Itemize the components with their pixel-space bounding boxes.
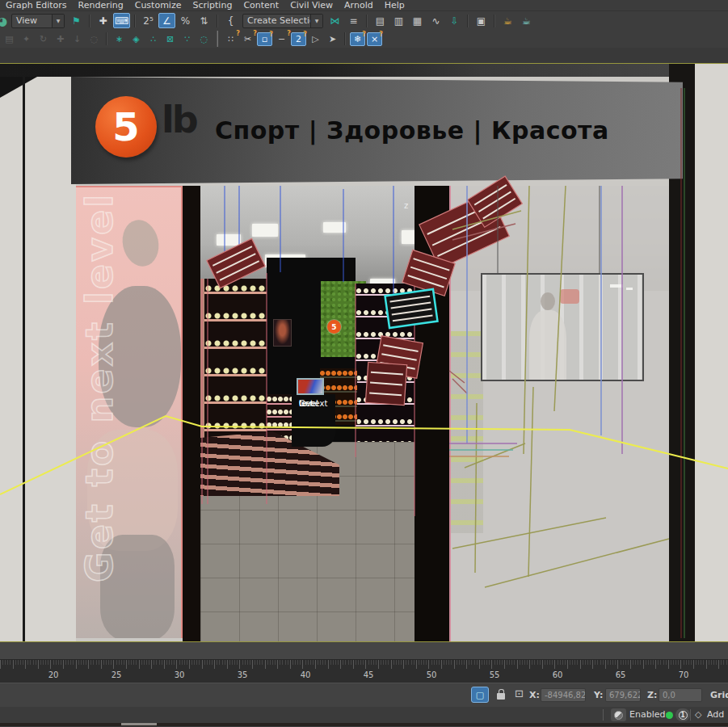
toolbar-separator	[134, 15, 136, 27]
frame-number: 55	[490, 670, 500, 679]
frame-number: 50	[427, 670, 437, 679]
badge-count: 1	[679, 711, 688, 720]
z-label: Z:	[647, 690, 657, 700]
toolbar-separator	[344, 32, 346, 45]
y-coordinate-field[interactable]: 679,622	[605, 688, 641, 702]
snap-pointer-icon[interactable]: ➤	[325, 32, 340, 46]
notification-badge[interactable]: 1	[675, 708, 690, 721]
menu-rendering[interactable]: Rendering	[73, 0, 129, 11]
frame-number: 30	[175, 670, 185, 679]
snap-vertex-icon[interactable]: ▫?	[257, 32, 272, 46]
named-selection-sets-dropdown[interactable]: Create Selection Set▼	[242, 14, 323, 28]
menu-civil-view[interactable]: Civil View	[284, 0, 339, 11]
menu-scripting[interactable]: Scripting	[187, 0, 238, 11]
snap-axis-constraint-icon[interactable]: ×?	[367, 32, 382, 46]
select-place-icon[interactable]: ◕	[0, 13, 8, 28]
snap-midpoint-icon[interactable]: 2?	[291, 32, 306, 46]
populate-simulate-icon[interactable]: ⊠	[162, 32, 178, 46]
select-and-move-icon[interactable]: ✚	[95, 13, 112, 28]
scene-security-icon[interactable]	[611, 708, 626, 721]
shield-icon	[614, 711, 623, 720]
window-grip	[121, 723, 157, 725]
spinner-snap-icon[interactable]: ⇅	[196, 13, 213, 28]
populate-regenerate-icon[interactable]: ◌	[196, 32, 212, 46]
menu-content[interactable]: Content	[238, 0, 284, 11]
absolute-offset-mode-icon[interactable]: ⊡	[515, 687, 524, 700]
menu-graph-editors[interactable]: Graph Editors	[0, 0, 73, 11]
x-coordinate-field[interactable]: -84946,828	[541, 688, 586, 702]
track-bar[interactable]	[0, 642, 728, 660]
frame-number: 65	[616, 670, 626, 679]
selected-track-light[interactable]	[385, 289, 438, 328]
container-create-icon: ▤	[2, 32, 17, 46]
toolbar-separator	[217, 31, 218, 47]
container-update-icon: ↻	[36, 32, 51, 46]
menu-bar: Graph EditorsRenderingCustomizeScripting…	[0, 0, 728, 11]
populate-seats-icon[interactable]: ∗	[112, 32, 127, 46]
keyboard-shortcut-override-icon[interactable]: ⌨	[113, 13, 130, 28]
snap-frozen-icon[interactable]: ❄?	[350, 32, 365, 46]
container-inherit-icon: ✦	[19, 32, 34, 46]
snap-grid-points-icon[interactable]: ∷?	[223, 32, 238, 46]
snap-edge-icon[interactable]: ─?	[274, 32, 289, 46]
frame-number: 35	[238, 670, 248, 679]
z-coordinate-field[interactable]: 0,0	[659, 688, 702, 702]
selection-region-icon[interactable]: ▢	[471, 687, 489, 703]
toolbar-separator	[494, 15, 495, 27]
chevron-down-icon: ▼	[52, 15, 64, 27]
schematic-view-icon[interactable]: ⇩	[446, 13, 463, 28]
selection-lock-icon[interactable]	[497, 693, 505, 700]
percent-snap-icon[interactable]: %	[177, 13, 194, 28]
populate-idle-area-icon[interactable]: ∴	[145, 32, 161, 46]
main-toolbar-row2: ▤✦↻✚↓◌∗◈∴⊠∵◌∷?✂?▫?─?2?▷➤❄?×?	[0, 30, 728, 48]
frame-number: 20	[48, 670, 59, 679]
snaps-toggle-icon[interactable]: 2⁵	[140, 13, 157, 28]
layer-explorer-icon[interactable]: ▥	[390, 13, 407, 28]
populate-bars-icon[interactable]: ∵	[179, 32, 195, 46]
menu-arnold[interactable]: Arnold	[339, 0, 379, 11]
edit-named-selection-sets-icon[interactable]: {	[222, 13, 239, 28]
glass-wireframe-lines	[449, 88, 684, 638]
frame-number: 60	[553, 670, 563, 679]
prompt-bar: Enabled: 1 ◇ Add	[0, 707, 728, 723]
add-button[interactable]: Add	[707, 709, 724, 720]
curve-editor-icon[interactable]: ∿	[427, 13, 444, 28]
snap-face-outline-icon[interactable]: ▷	[308, 32, 323, 46]
mirror-icon[interactable]: ⋈	[326, 13, 343, 28]
add-box-icon[interactable]: ◇	[695, 709, 701, 720]
yellow-guide-spline[interactable]	[0, 416, 728, 494]
window-bottom-edge	[0, 723, 728, 726]
snap-pivot-icon[interactable]: ✂?	[240, 32, 255, 46]
use-pivot-point-center-icon[interactable]: ⚑	[68, 13, 85, 28]
toolbar-separator	[217, 15, 218, 27]
y-label: Y:	[594, 690, 603, 700]
frame-number: 70	[679, 670, 689, 679]
enabled-status-dot	[666, 712, 673, 719]
x-label: X:	[529, 690, 540, 700]
menu-help[interactable]: Help	[379, 0, 410, 11]
scene-explorer-icon[interactable]: ▤	[372, 13, 389, 28]
toolbar-separator	[467, 15, 469, 27]
chevron-down-icon: ▼	[310, 15, 322, 27]
main-toolbar-row1: ◕View▼⚑✚⌨2⁵∠%⇅{Create Selection Set▼⋈≡▤▥…	[0, 11, 728, 30]
populate-flow-icon[interactable]: ◈	[128, 32, 144, 46]
3dsmax-window: Graph EditorsRenderingCustomizeScripting…	[0, 0, 728, 727]
viewport[interactable]: 5 Get to next level	[0, 63, 728, 642]
menu-customize[interactable]: Customize	[129, 0, 187, 11]
track-light-fixture[interactable]	[207, 176, 523, 405]
toolbar-separator	[89, 15, 90, 27]
material-editor-icon[interactable]: ▣	[473, 13, 490, 28]
angle-snap-icon[interactable]: ∠	[158, 13, 175, 28]
container-add-icon: ✚	[53, 32, 68, 46]
align-icon[interactable]: ≡	[345, 13, 362, 28]
timeline-ruler[interactable]: 2025303540455055606570	[0, 660, 728, 683]
toolbar-separator	[366, 15, 368, 27]
toolbar-dock-strip	[0, 48, 728, 63]
render-setup-icon[interactable]: ☕	[499, 13, 516, 28]
ribbon-icon[interactable]: ▦	[409, 13, 426, 28]
toolbar-separator	[106, 32, 107, 45]
render-icon[interactable]: ☕	[518, 13, 535, 28]
reference-coordinate-dropdown[interactable]: View▼	[11, 14, 65, 28]
separator	[690, 709, 691, 721]
separator	[603, 709, 604, 721]
